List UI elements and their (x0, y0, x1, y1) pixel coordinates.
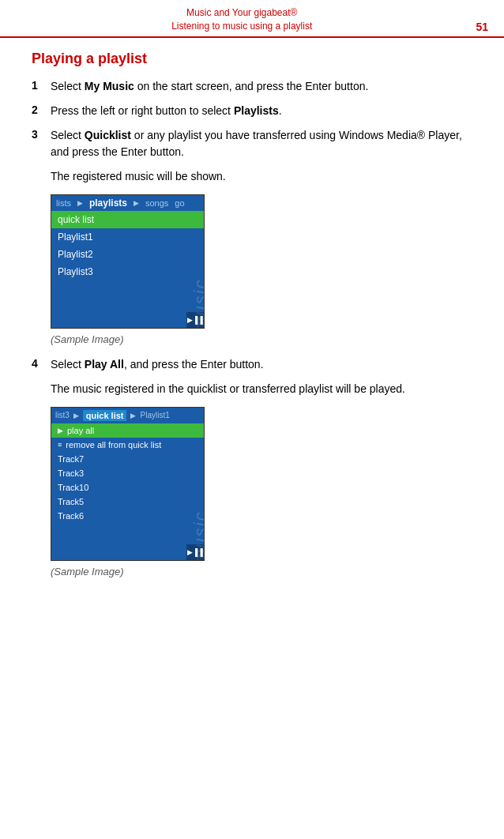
section-title: Playing a playlist (32, 51, 472, 67)
screen2-bottom-bar: ▶▐▐ (186, 544, 204, 560)
screen2-list: ▶ play all ≡ remove all from quick list … (51, 423, 204, 523)
screen2-track6: Track6 (51, 509, 204, 523)
screen1-playlist2: Playlist2 (51, 246, 204, 263)
sample-image-label-1: (Sample Image) (51, 333, 472, 345)
screen1-playlist1: Playlist1 (51, 228, 204, 246)
screen1-bottom-bar: ▶▐▐ (186, 312, 204, 328)
screen1-quick-list: quick list (51, 211, 204, 228)
step-1-number: 1 (32, 78, 51, 92)
step-4: 4 Select Play All, and press the Enter b… (32, 356, 472, 373)
device-screen-2: list3 ▶ quick list ▶ Playlist1 ▶ play al… (51, 407, 205, 561)
header-title-line2: Listening to music using a playlist (16, 20, 468, 33)
screen2-remove-all: ≡ remove all from quick list (51, 438, 204, 452)
header-title: Music and Your gigabeat® Listening to mu… (16, 6, 468, 33)
step-1: 1 Select My Music on the start screen, a… (32, 78, 472, 95)
screen2-track5: Track5 (51, 495, 204, 509)
screen1-nav-lists: lists (56, 198, 71, 208)
step-3-number: 3 (32, 127, 51, 141)
step-3: 3 Select Quicklist or any playlist you h… (32, 127, 472, 160)
step-4-text: Select Play All, and press the Enter but… (51, 356, 472, 373)
screen1-nav-go: go (175, 198, 184, 208)
sample-image-label-2: (Sample Image) (51, 566, 472, 578)
screen2-track10: Track10 (51, 480, 204, 495)
step-3-text: Select Quicklist or any playlist you hav… (51, 127, 472, 160)
screen1-nav-songs: songs (145, 198, 168, 208)
step-1-text: Select My Music on the start screen, and… (51, 78, 472, 95)
screen2-nav-list3: list3 (55, 411, 70, 420)
remove-icon: ≡ (58, 441, 62, 449)
screen2-nav-playlist1: Playlist1 (140, 411, 169, 420)
step-2-number: 2 (32, 103, 51, 116)
screen1-nav-playlists: playlists (89, 198, 127, 209)
screen1-nav: lists ▶ playlists ▶ songs go (51, 195, 204, 211)
play-all-icon: ▶ (58, 427, 63, 435)
screen2-track3: Track3 (51, 466, 204, 480)
track10-label: Track10 (58, 483, 88, 492)
screen1-playlist3: Playlist3 (51, 263, 204, 280)
remove-all-label: remove all from quick list (66, 440, 161, 450)
note-1: The registered music will be shown. (51, 168, 472, 185)
page-header: Music and Your gigabeat® Listening to mu… (0, 0, 504, 38)
step-2-text: Press the left or right button to select… (51, 103, 472, 119)
header-title-line1: Music and Your gigabeat® (16, 6, 468, 20)
screen1-list: quick list Playlist1 Playlist2 Playlist3 (51, 211, 204, 280)
step-2: 2 Press the left or right button to sele… (32, 103, 472, 119)
device-screen-1: lists ▶ playlists ▶ songs go quick list … (51, 194, 205, 329)
screen2-play-all: ▶ play all (51, 423, 204, 438)
note-2: The music registered in the quicklist or… (51, 381, 472, 397)
step-4-number: 4 (32, 356, 51, 370)
screen2-track7: Track7 (51, 452, 204, 466)
track3-label: Track3 (58, 468, 84, 478)
track6-label: Track6 (58, 511, 84, 521)
track5-label: Track5 (58, 497, 84, 506)
play-all-label: play all (67, 426, 94, 435)
page-number: 51 (476, 21, 488, 33)
track7-label: Track7 (58, 454, 84, 464)
screen2-nav-quicklist: quick list (83, 410, 127, 421)
main-content: Playing a playlist 1 Select My Music on … (0, 38, 504, 604)
screen2-nav: list3 ▶ quick list ▶ Playlist1 (51, 408, 204, 423)
